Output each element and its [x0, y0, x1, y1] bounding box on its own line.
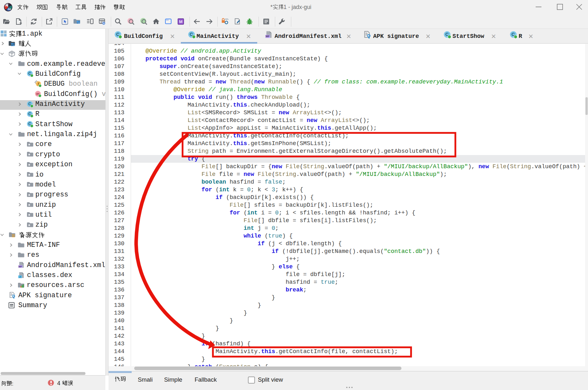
svg-text:M: M — [179, 19, 183, 24]
svg-text:DX: DX — [8, 8, 11, 10]
svg-text:JA: JA — [5, 4, 8, 7]
